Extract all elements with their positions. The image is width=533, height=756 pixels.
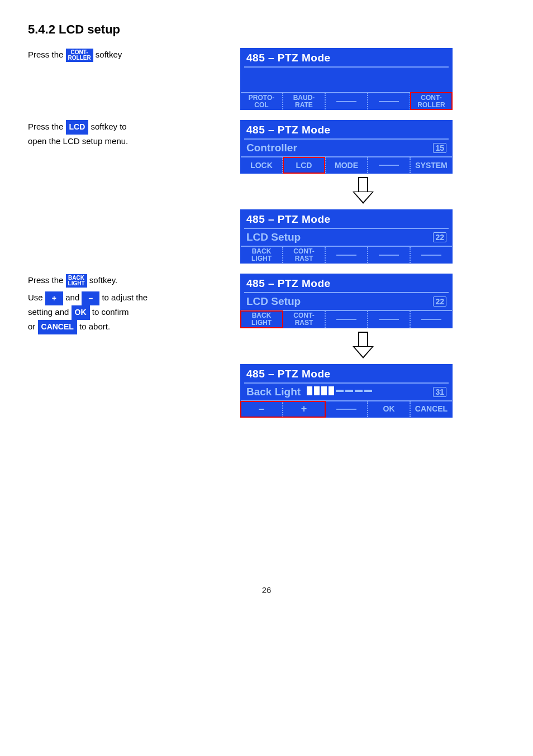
lcd-title: 485 – PTZ Mode: [241, 365, 452, 382]
tab-controller[interactable]: CONT-ROLLER: [411, 93, 452, 109]
page-number: 26: [28, 585, 505, 595]
tab-empty: [368, 247, 411, 263]
tab-empty: [411, 247, 452, 263]
step3c-t1: setting and: [28, 307, 72, 317]
minus-label: –: [82, 291, 99, 306]
cancel-label: CANCEL: [38, 320, 77, 334]
lcd-sub: Controller: [246, 142, 297, 154]
backlight-label: BACKLIGHT: [66, 274, 87, 288]
step2b: open the LCD setup menu.: [28, 135, 229, 147]
tab-plus[interactable]: +: [283, 401, 326, 417]
tab-empty: [411, 311, 452, 327]
step3c-t2: to confirm: [92, 307, 129, 317]
lcd-sub: LCD Setup: [246, 231, 301, 243]
step3d-t2: to abort.: [79, 322, 110, 331]
tab-lock[interactable]: LOCK: [241, 157, 283, 173]
lcd-title: 485 – PTZ Mode: [241, 49, 452, 66]
tab-protocol[interactable]: PROTO-COL: [241, 93, 283, 109]
tab-empty: [368, 157, 411, 173]
step3b-t2: and: [65, 293, 82, 302]
tab-lcd[interactable]: LCD: [283, 157, 326, 173]
step3d-t1: or: [28, 322, 38, 331]
plus-label: +: [45, 291, 63, 306]
tab-mode[interactable]: MODE: [326, 157, 368, 173]
tab-contrast[interactable]: CONT-RAST: [283, 247, 326, 263]
backlight-meter: [307, 386, 372, 395]
lcd-title: 485 – PTZ Mode: [241, 121, 452, 138]
step3-t2: softkey.: [89, 275, 118, 285]
lcd-num: 15: [433, 143, 446, 153]
step3b-t1: Use: [28, 293, 45, 302]
tab-backlight[interactable]: BACKLIGHT: [241, 311, 283, 327]
tab-contrast[interactable]: CONT-RAST: [283, 311, 326, 327]
tab-minus[interactable]: –: [241, 401, 283, 417]
ok-label: OK: [72, 305, 90, 320]
lcd-panel-3: 485 – PTZ Mode LCD Setup 22 BACKLIGHT CO…: [240, 209, 453, 264]
tab-empty: [326, 93, 368, 109]
tab-ok[interactable]: OK: [368, 401, 411, 417]
tab-empty: [326, 401, 368, 417]
lcd-sub: LCD Setup: [246, 295, 301, 308]
step1-prefix: Press the: [28, 50, 66, 59]
tab-empty: [326, 247, 368, 263]
tab-backlight[interactable]: BACKLIGHT: [241, 247, 283, 263]
tab-cancel[interactable]: CANCEL: [411, 401, 452, 417]
lcd-panel-2: 485 – PTZ Mode Controller 15 LOCK LCD MO…: [240, 120, 453, 174]
lcd-sub: Back Light: [246, 386, 301, 398]
lcd-label: LCD: [66, 120, 89, 135]
tab-empty: [368, 93, 411, 109]
lcd-title: 485 – PTZ Mode: [241, 210, 452, 228]
lcd-panel-4: 485 – PTZ Mode LCD Setup 22 BACKLIGHT CO…: [240, 274, 453, 328]
lcd-panel-1: 485 – PTZ Mode PROTO-COL BAUD-RATE CONT-…: [240, 48, 453, 110]
lcd-num: 31: [433, 387, 446, 397]
lcd-title: 485 – PTZ Mode: [241, 274, 452, 292]
arrow-down-icon: [353, 332, 374, 360]
tab-baudrate[interactable]: BAUD-RATE: [283, 93, 326, 109]
lcd-panel-5: 485 – PTZ Mode Back Light 31 – + OK CANC…: [240, 364, 453, 418]
tab-empty: [326, 311, 368, 327]
lcd-num: 22: [433, 232, 446, 242]
step2-t1: Press the: [28, 122, 66, 131]
step3b-t3: to adjust the: [102, 293, 147, 302]
controller-label: CONT-ROLLER: [66, 49, 93, 62]
tab-system[interactable]: SYSTEM: [411, 157, 452, 173]
arrow-down-icon: [353, 177, 374, 205]
section-header: 5.4.2 LCD setup: [28, 22, 505, 37]
step1-suffix: softkey: [96, 50, 122, 59]
tab-empty: [368, 311, 411, 327]
lcd-num: 22: [433, 296, 446, 307]
step3-t1: Press the: [28, 275, 66, 285]
step2-t2: softkey to: [91, 122, 126, 131]
